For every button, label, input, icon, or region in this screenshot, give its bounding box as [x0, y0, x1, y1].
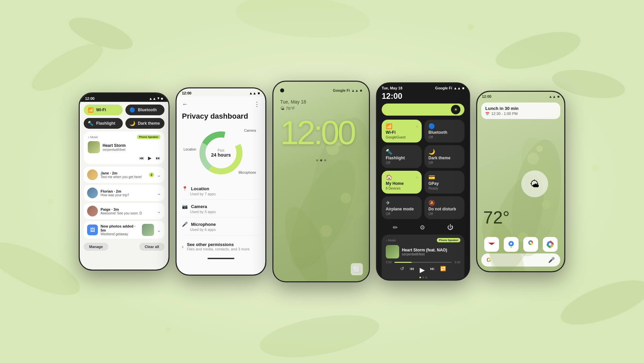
settings-button[interactable]: ⚙: [420, 224, 425, 231]
flashlight-tile-icon: 🔦: [88, 121, 93, 126]
see-other-permissions[interactable]: › See other permissions Files and media,…: [177, 238, 265, 255]
dot-3: [324, 159, 326, 161]
wifi-tile-icon: 📶: [88, 107, 93, 113]
notif-photos-expand[interactable]: ⌄: [157, 227, 161, 233]
recents-button[interactable]: ⬜: [351, 263, 363, 275]
next-button[interactable]: ⏭: [156, 155, 160, 161]
phone-4-screen: Tue, May 18 Google Fi ▲▲ ■ 12:00 ☀ 📶: [377, 83, 469, 280]
qs-replay-button[interactable]: ↺: [400, 266, 404, 274]
svg-point-38: [549, 243, 552, 246]
phone2-status-bar: 12:00 ▲▲ ■: [177, 88, 265, 96]
notif-jane-avatar: [87, 169, 98, 180]
privacy-microphone-name: Microphone: [191, 222, 216, 227]
qs-flash-header: 🔦: [386, 149, 418, 155]
notif-florian-name: Florian · 2m: [101, 189, 154, 193]
qs-album-art: [386, 245, 399, 258]
privacy-location-name: Location: [191, 186, 209, 191]
back-button[interactable]: ←: [182, 101, 188, 108]
qs-progress-bar[interactable]: [394, 262, 452, 263]
prev-button[interactable]: ⏮: [139, 155, 144, 161]
qs-music-controls: ↺ ⏮ ▶ ⏭ 🔁: [386, 266, 460, 274]
qs-airplane-tile[interactable]: ✈ Airplane mode Off: [382, 196, 422, 219]
qs-prev-button[interactable]: ⏮: [410, 266, 414, 274]
qs-dark-sub: Off: [428, 161, 460, 165]
flashlight-tile[interactable]: 🔦 Flashlight: [84, 118, 123, 129]
gmail-icon[interactable]: [484, 237, 499, 252]
qs-bt-sub: Off: [428, 135, 460, 139]
power-button[interactable]: ⏻: [447, 224, 453, 231]
notif-paige-name: Paige · 3m: [101, 207, 154, 211]
notif-paige-time: 3m: [114, 207, 119, 211]
qs-repeat-button[interactable]: 🔁: [440, 266, 446, 274]
more-button[interactable]: ⋮: [254, 100, 260, 108]
notif-jane-time: 2m: [112, 171, 117, 175]
qs-dnd-name: Do not disturb: [428, 207, 460, 211]
qs-bt-tile[interactable]: 🔵 Bluetooth Off: [424, 120, 464, 143]
see-other-sub: Files and media, contacts, and 3 more: [187, 247, 250, 251]
music-dot-1: [419, 277, 421, 278]
privacy-camera-sub: Used by 5 apps: [182, 210, 260, 214]
bluetooth-tile[interactable]: 🔵 Bluetooth: [125, 105, 164, 115]
qs-dnd-tile[interactable]: 🔕 Do not disturb Off: [424, 196, 464, 219]
qs-dnd-icon: 🔕: [428, 200, 435, 206]
battery-icon: ■: [161, 96, 163, 100]
qs-phone-speaker-badge: Phone Speaker: [437, 238, 460, 242]
qs-bt-icon: 🔵: [428, 123, 435, 129]
notification-actions: Manage Clear all: [80, 241, 168, 253]
qs-play-button[interactable]: ▶: [420, 266, 425, 274]
clear-all-button[interactable]: Clear all: [139, 243, 164, 251]
svg-point-31: [536, 145, 543, 152]
notif-florian-avatar: [87, 188, 98, 198]
chrome-icon[interactable]: [543, 237, 558, 252]
manage-button[interactable]: Manage: [84, 243, 108, 251]
phones-container: 12:00 ▲▲ ▾ ■ 📶 Wi-Fi 🔵 Bluetooth: [0, 0, 644, 363]
wifi-tile[interactable]: 📶 Wi-Fi: [84, 105, 123, 115]
qs-gpay-header: 💳: [428, 174, 460, 180]
home-indicator: [207, 258, 234, 259]
qs-music-artist: serpentwithfeet: [402, 252, 447, 256]
qs-airplane-sub: Off: [386, 212, 418, 216]
qs-next-button[interactable]: ⏭: [430, 266, 435, 274]
music-dot-2: [422, 277, 424, 278]
privacy-location: 📍 Location Used by 7 apps: [182, 183, 260, 200]
qs-wifi-tile[interactable]: 📶 › Wi-Fi GoogleGuest: [382, 120, 422, 143]
qs-dark-tile[interactable]: 🌙 Dark theme Off: [424, 145, 464, 168]
location-icon: 📍: [182, 186, 188, 191]
phone-speaker-badge: Phone Speaker: [137, 135, 160, 139]
notif-jane: Jane · 2m Text me when you get here! 2 ⌄: [84, 167, 164, 183]
qs-dnd-header: 🔕: [428, 200, 460, 206]
notif-florian-expand[interactable]: ⌄: [157, 190, 161, 196]
lockscreen-time: 12:00: [280, 118, 362, 147]
qs-music-text: Heart Storm (feat. NAO) serpentwithfeet: [402, 248, 447, 256]
qs-gpay-tile[interactable]: 💳 GPay Ready: [424, 171, 464, 194]
qs-music-player: ♪ Music Phone Speaker Heart Storm (feat.…: [382, 235, 464, 280]
donut-center-label: Past: [211, 149, 231, 152]
lockscreen-battery-icon: ■: [360, 88, 362, 92]
privacy-items-list: 📍 Location Used by 7 apps 📷 Camera Used …: [177, 180, 265, 238]
notif-florian: Florian · 2m How was your trip? ⌄: [84, 185, 164, 201]
darktheme-tile[interactable]: 🌙 Dark theme: [125, 118, 164, 129]
signal-icon: ▲▲: [149, 96, 156, 100]
phone-4-quicksettings: Tue, May 18 Google Fi ▲▲ ■ 12:00 ☀ 📶: [376, 82, 470, 281]
qs-airplane-name: Airplane mode: [386, 207, 418, 211]
play-button[interactable]: ▶: [148, 155, 152, 161]
notif-paige-expand[interactable]: ⌄: [157, 208, 161, 214]
qs-gpay-icon: 💳: [428, 174, 435, 180]
phone-1-notifications: 12:00 ▲▲ ▾ ■ 📶 Wi-Fi 🔵 Bluetooth: [79, 92, 169, 271]
qs-flash-tile[interactable]: 🔦 Flashlight Off: [382, 145, 422, 168]
qs-home-tile[interactable]: 🏠 › My Home 6 Devices: [382, 171, 422, 194]
phone1-notifications-list: Jane · 2m Text me when you get here! 2 ⌄…: [80, 164, 168, 241]
notif-jane-expand[interactable]: ⌄: [157, 172, 161, 178]
darktheme-tile-icon: 🌙: [129, 121, 135, 126]
battery-icon-2: ■: [258, 91, 260, 95]
brightness-slider[interactable]: ☀: [382, 104, 464, 116]
privacy-donut-chart: Location Camera Microphone Past 24 hours: [182, 126, 260, 180]
maps-icon[interactable]: [504, 237, 519, 252]
edit-button[interactable]: ✏: [393, 224, 398, 231]
see-other-content: See other permissions Files and media, c…: [187, 242, 250, 251]
qs-progress-bar-row: 3:20 3:32: [386, 260, 460, 264]
music-app-label: ♪ Music: [88, 135, 98, 139]
photos-icon[interactable]: [523, 237, 538, 252]
phone1-time: 12:00: [85, 96, 94, 100]
qs-music-info: Heart Storm (feat. NAO) serpentwithfeet: [386, 245, 460, 258]
